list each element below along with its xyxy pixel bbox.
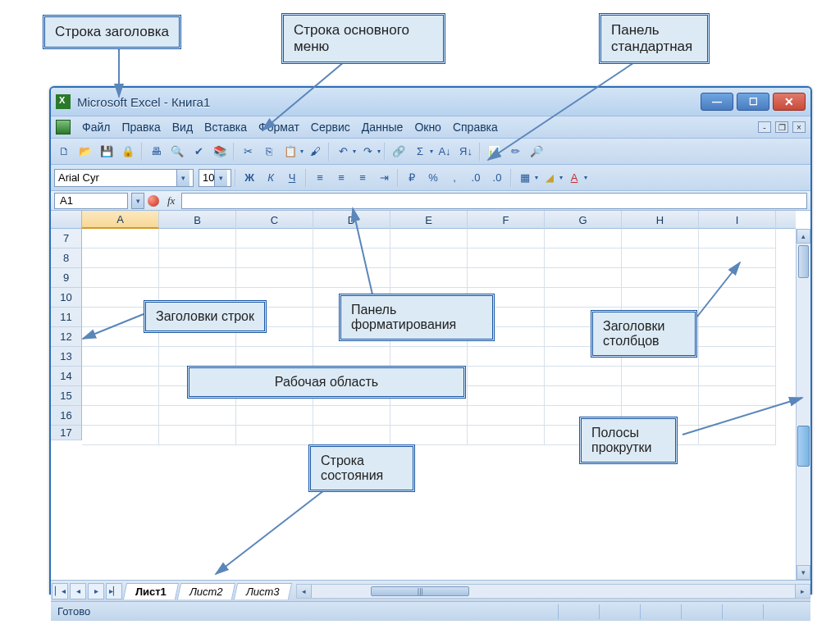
scroll-right-icon[interactable]: ▸ <box>795 585 810 598</box>
format-painter-icon[interactable]: 🖌 <box>305 142 325 162</box>
font-name-dropdown-icon[interactable]: ▾ <box>176 170 189 186</box>
hyperlink-icon[interactable]: 🔗 <box>389 142 409 162</box>
vscroll-thumb[interactable] <box>798 245 809 278</box>
open-icon[interactable]: 📂 <box>75 142 95 162</box>
col-header-D[interactable]: D <box>313 211 390 229</box>
col-header-H[interactable]: H <box>622 211 699 229</box>
zoom-icon[interactable]: 🔎 <box>527 142 546 162</box>
menu-format[interactable]: Формат <box>253 118 304 136</box>
close-button[interactable]: ✕ <box>773 93 806 111</box>
fill-color-icon[interactable]: ◢ <box>540 168 559 188</box>
titlebar[interactable]: Microsoft Excel - Книга1 — ☐ ✕ <box>51 88 810 116</box>
document-icon[interactable] <box>56 120 71 134</box>
doc-minimize-button[interactable]: - <box>758 121 771 133</box>
chart-icon[interactable]: 📊 <box>484 142 504 162</box>
autosum-icon[interactable]: Σ <box>410 142 430 162</box>
menu-file[interactable]: Файл <box>77 118 115 136</box>
save-icon[interactable]: 💾 <box>97 142 116 162</box>
font-size-combo[interactable]: 10 ▾ <box>199 169 231 187</box>
sheet-nav-next-icon[interactable]: ▸ <box>88 583 104 599</box>
align-left-icon[interactable]: ≡ <box>310 168 330 188</box>
row-header-15[interactable]: 15 <box>51 386 82 406</box>
font-size-dropdown-icon[interactable]: ▾ <box>214 170 227 186</box>
autosum-dropdown[interactable]: ▾ <box>430 148 433 155</box>
drawing-icon[interactable]: ✏ <box>505 142 525 162</box>
menu-edit[interactable]: Правка <box>116 118 165 136</box>
vertical-scrollbar[interactable]: ▴ ▾ <box>796 229 810 580</box>
row-header-16[interactable]: 16 <box>51 406 82 426</box>
permissions-icon[interactable]: 🔒 <box>118 142 138 162</box>
sheet-nav-prev-icon[interactable]: ◂ <box>70 583 86 599</box>
increase-decimal-icon[interactable]: .0 <box>466 168 486 188</box>
font-color-icon[interactable]: А <box>564 168 584 188</box>
sort-desc-icon[interactable]: Я↓ <box>456 142 476 162</box>
print-icon[interactable]: 🖶 <box>146 142 166 162</box>
row-header-17[interactable]: 17 <box>51 426 82 440</box>
doc-close-button[interactable]: × <box>792 121 806 133</box>
font-color-dropdown[interactable]: ▾ <box>584 174 587 181</box>
comma-icon[interactable]: , <box>445 168 464 188</box>
scroll-left-icon[interactable]: ◂ <box>297 585 312 598</box>
menu-help[interactable]: Справка <box>448 118 503 136</box>
redo-icon[interactable]: ↷ <box>358 142 377 162</box>
undo-icon[interactable]: ↶ <box>333 142 353 162</box>
sheet-nav-first-icon[interactable]: ▏◂ <box>52 583 68 599</box>
redo-dropdown[interactable]: ▾ <box>377 148 381 155</box>
row-header-9[interactable]: 9 <box>51 268 82 288</box>
hscroll-thumb[interactable]: ||| <box>371 586 469 596</box>
borders-dropdown[interactable]: ▾ <box>535 174 538 181</box>
menu-insert[interactable]: Вставка <box>199 118 252 136</box>
sheet-tab-1[interactable]: Лист1 <box>123 583 179 599</box>
scroll-down-icon[interactable]: ▾ <box>797 565 810 580</box>
doc-restore-button[interactable]: ❐ <box>775 121 788 133</box>
minimize-button[interactable]: — <box>701 93 733 111</box>
col-header-E[interactable]: E <box>390 211 468 229</box>
research-icon[interactable]: 📚 <box>210 142 230 162</box>
cut-icon[interactable]: ✂ <box>238 142 258 162</box>
row-header-8[interactable]: 8 <box>51 248 82 268</box>
currency-icon[interactable]: ₽ <box>402 168 422 188</box>
menu-window[interactable]: Окно <box>409 118 446 136</box>
row-header-7[interactable]: 7 <box>51 229 82 248</box>
copy-icon[interactable]: ⎘ <box>259 142 279 162</box>
new-icon[interactable]: 🗋 <box>54 142 74 162</box>
paste-icon[interactable]: 📋 <box>281 142 300 162</box>
row-header-10[interactable]: 10 <box>51 288 82 308</box>
underline-button[interactable]: Ч <box>282 168 302 188</box>
sheet-tab-3[interactable]: Лист3 <box>234 583 292 599</box>
maximize-button[interactable]: ☐ <box>737 93 769 111</box>
vscroll-thumb-highlight[interactable] <box>797 426 810 467</box>
sort-asc-icon[interactable]: A↓ <box>435 142 454 162</box>
sheet-tab-2[interactable]: Лист2 <box>177 583 235 599</box>
row-header-12[interactable]: 12 <box>51 327 82 347</box>
col-header-C[interactable]: C <box>236 211 313 229</box>
paste-dropdown[interactable]: ▾ <box>300 148 304 155</box>
row-header-11[interactable]: 11 <box>51 308 82 327</box>
horizontal-scrollbar[interactable]: ◂ ||| ▸ <box>296 584 810 599</box>
sheet-nav-last-icon[interactable]: ▸▏ <box>106 583 122 599</box>
italic-button[interactable]: К <box>261 168 281 188</box>
fx-label[interactable]: fx <box>167 194 175 207</box>
menu-data[interactable]: Данные <box>357 118 409 136</box>
spellcheck-icon[interactable]: ✔ <box>189 142 208 162</box>
col-header-G[interactable]: G <box>545 211 622 229</box>
menu-tools[interactable]: Сервис <box>306 118 355 136</box>
percent-icon[interactable]: % <box>423 168 443 188</box>
name-box-dropdown-icon[interactable]: ▾ <box>131 193 144 209</box>
fill-color-dropdown[interactable]: ▾ <box>559 174 563 181</box>
col-header-B[interactable]: B <box>159 211 236 229</box>
borders-icon[interactable]: ▦ <box>515 168 535 188</box>
align-right-icon[interactable]: ≡ <box>353 168 372 188</box>
row-header-13[interactable]: 13 <box>51 347 82 367</box>
align-center-icon[interactable]: ≡ <box>331 168 351 188</box>
bold-button[interactable]: Ж <box>240 168 259 188</box>
print-preview-icon[interactable]: 🔍 <box>167 142 187 162</box>
menu-view[interactable]: Вид <box>167 118 198 136</box>
undo-dropdown[interactable]: ▾ <box>353 148 356 155</box>
select-all-corner[interactable] <box>51 211 82 229</box>
font-name-combo[interactable]: Arial Cyr ▾ <box>54 169 194 187</box>
formula-bar[interactable] <box>181 193 807 209</box>
cancel-formula-icon[interactable] <box>148 195 159 207</box>
col-header-F[interactable]: F <box>468 211 545 229</box>
col-header-I[interactable]: I <box>699 211 776 229</box>
